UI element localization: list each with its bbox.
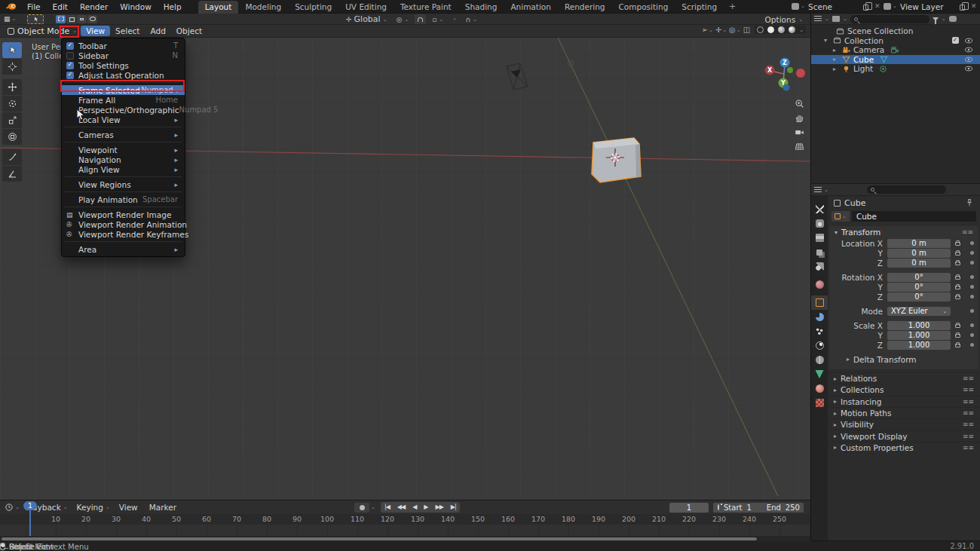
- menu-item[interactable]: Cameras ▸: [62, 130, 185, 139]
- animate-dot-icon[interactable]: [970, 275, 974, 279]
- lock-icon[interactable]: [955, 324, 960, 328]
- object-visibility-dropdown[interactable]: ➢⌄: [702, 26, 713, 34]
- panel-menu-icon[interactable]: ≡≡: [963, 409, 974, 417]
- outliner-row[interactable]: ▸ Light: [811, 64, 980, 74]
- properties-tab[interactable]: [811, 277, 828, 292]
- breadcrumb-object-name[interactable]: Cube: [844, 198, 865, 208]
- new-view-layer-icon[interactable]: [960, 5, 965, 11]
- play-reverse-button[interactable]: ◀: [409, 502, 420, 513]
- select-mode-extend[interactable]: [66, 15, 76, 23]
- shading-dropdown-icon[interactable]: ⌄: [799, 27, 804, 33]
- menu-item[interactable]: Play Animation Spacebar ▸: [62, 194, 185, 204]
- proportional-falloff-dropdown[interactable]: ∩⌄: [463, 16, 480, 23]
- viewport-menu-item[interactable]: View: [81, 26, 110, 36]
- workspace-tab[interactable]: Scripting: [675, 1, 724, 14]
- cursor-tool[interactable]: [2, 59, 22, 75]
- menu-item[interactable]: ▸: [62, 189, 185, 194]
- camera-view-button[interactable]: [793, 126, 806, 139]
- viewport-menu-item[interactable]: Object: [171, 26, 207, 36]
- properties-tab[interactable]: [811, 216, 828, 231]
- viewport-menu-item[interactable]: Select: [110, 26, 145, 36]
- outliner-search-input[interactable]: [850, 15, 929, 23]
- wireframe-shading-button[interactable]: [757, 26, 764, 33]
- filter-id-type-icon[interactable]: [832, 16, 840, 22]
- rendered-shading-button[interactable]: [789, 26, 795, 33]
- workspace-tab[interactable]: Layout: [198, 1, 239, 14]
- properties-tab[interactable]: [811, 324, 828, 338]
- workspace-tab[interactable]: Compositing: [612, 1, 675, 14]
- value-field[interactable]: 0 m⌄: [887, 259, 951, 268]
- properties-tab[interactable]: [811, 231, 828, 245]
- add-workspace-button[interactable]: +: [724, 2, 741, 11]
- outliner-item-name[interactable]: Camera: [853, 45, 884, 54]
- menu-item[interactable]: Sidebar N ▸: [62, 51, 185, 60]
- lock-icon[interactable]: [955, 276, 960, 280]
- properties-tab[interactable]: [811, 338, 828, 353]
- transform-tool[interactable]: [2, 129, 22, 145]
- menu-item[interactable]: ▸: [62, 124, 185, 130]
- snap-toggle[interactable]: [415, 14, 426, 24]
- auto-keying-button[interactable]: [354, 503, 369, 513]
- lock-icon[interactable]: [955, 334, 960, 338]
- expand-arrow-icon[interactable]: ▸: [833, 56, 842, 63]
- viewport-3d[interactable]: Object Mode⌄ ViewSelectAddObject ➢⌄ ✛⌄ ◎…: [0, 25, 810, 500]
- new-collection-icon[interactable]: [949, 16, 957, 22]
- workspace-tab[interactable]: Animation: [504, 1, 558, 14]
- end-frame-field[interactable]: 250: [786, 504, 800, 512]
- timeline-scrollbar[interactable]: [0, 536, 810, 541]
- gizmos-toggle[interactable]: ✛⌄: [715, 26, 727, 34]
- panel-menu-icon[interactable]: ≡≡: [962, 228, 973, 236]
- current-frame-badge[interactable]: 1: [23, 501, 37, 510]
- properties-tab[interactable]: [811, 381, 828, 396]
- properties-panel-header[interactable]: ▸ Instancing ≡≡: [828, 396, 980, 407]
- outliner-item-name[interactable]: Collection: [844, 36, 884, 45]
- panel-menu-icon[interactable]: ≡≡: [963, 444, 974, 452]
- visibility-eye-icon[interactable]: [964, 36, 973, 45]
- new-scene-icon[interactable]: [863, 5, 868, 11]
- animate-dot-icon[interactable]: [970, 251, 974, 255]
- menu-item[interactable]: View Regions ▸: [62, 179, 185, 189]
- collection-checkbox[interactable]: [952, 37, 959, 44]
- menu-item[interactable]: Tool Settings ▸: [62, 60, 185, 70]
- close-scene-icon[interactable]: ✕: [874, 2, 880, 10]
- chevron-down-icon[interactable]: ⌄: [825, 16, 829, 22]
- menu-item[interactable]: Align View ▸: [62, 164, 185, 174]
- rotate-tool[interactable]: [2, 96, 22, 112]
- properties-tab[interactable]: [811, 353, 828, 367]
- outliner-item-name[interactable]: Scene Collection: [847, 26, 913, 35]
- editor-type-clock-icon[interactable]: [5, 503, 14, 512]
- timeline-ruler[interactable]: 1020304050607080901001101201301401501601…: [0, 514, 810, 525]
- lock-icon[interactable]: [955, 252, 960, 256]
- expand-arrow-icon[interactable]: ▸: [833, 47, 842, 54]
- menu-item[interactable]: Viewpoint ▸: [62, 145, 185, 155]
- lock-icon[interactable]: [955, 242, 960, 246]
- navigation-gizmo[interactable]: Z X Y: [758, 40, 809, 168]
- panel-menu-icon[interactable]: ≡≡: [963, 433, 974, 440]
- select-box-tool[interactable]: [2, 42, 22, 58]
- outliner-row[interactable]: ▸ Camera: [811, 45, 980, 55]
- menu-item[interactable]: ▸: [62, 204, 185, 210]
- orientation-dropdown[interactable]: ✛Global⌄: [343, 14, 390, 24]
- timeline-menu-item[interactable]: View: [115, 503, 145, 512]
- select-mode-subtract[interactable]: [77, 15, 87, 23]
- lock-icon[interactable]: [955, 286, 960, 289]
- expand-arrow-icon[interactable]: ▸: [833, 66, 842, 72]
- animate-dot-icon[interactable]: [970, 309, 974, 313]
- annotate-tool[interactable]: [2, 149, 22, 165]
- panel-menu-icon[interactable]: ≡≡: [963, 421, 974, 428]
- move-tool[interactable]: [2, 79, 22, 95]
- chevron-down-icon[interactable]: ⌄: [942, 16, 946, 22]
- menu-item[interactable]: ▸: [62, 80, 185, 85]
- active-tool-button[interactable]: [27, 14, 44, 24]
- workspace-tab[interactable]: Rendering: [558, 1, 612, 14]
- display-mode-icon[interactable]: [814, 16, 822, 22]
- properties-panel-header[interactable]: ▸ Viewport Display ≡≡: [828, 430, 980, 441]
- menu-item[interactable]: Adjust Last Operation ▸: [62, 70, 185, 80]
- snap-target-dropdown[interactable]: ▫⌄: [429, 16, 446, 23]
- menu-item[interactable]: Frame Selected Numpad . ▸: [62, 85, 185, 95]
- workspace-tab[interactable]: Shading: [458, 1, 504, 14]
- scene-name[interactable]: Scene: [808, 2, 832, 11]
- value-field[interactable]: 1.000⌄: [887, 321, 951, 330]
- value-field[interactable]: 1.000⌄: [887, 331, 951, 340]
- transform-panel-header[interactable]: ▾ Transform ≡≡: [829, 226, 978, 238]
